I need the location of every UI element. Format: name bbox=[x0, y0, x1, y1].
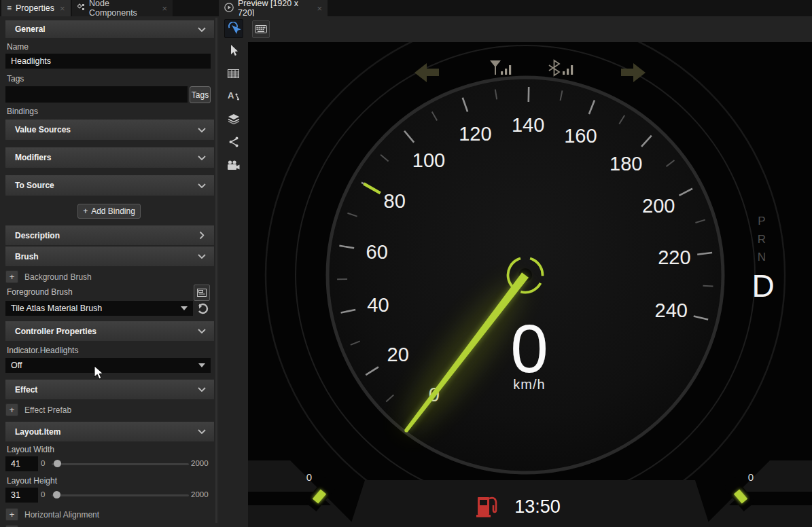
properties-list-icon: ≡ bbox=[7, 3, 12, 13]
tab-label: Node Components bbox=[89, 0, 156, 18]
interact-cursor-icon bbox=[227, 22, 241, 35]
layout-height-input[interactable]: 31 bbox=[5, 488, 38, 503]
layout-height-slider-knob[interactable] bbox=[53, 491, 60, 498]
close-icon[interactable]: × bbox=[317, 3, 322, 14]
dial-label: 160 bbox=[564, 125, 597, 147]
speed-value: 0 bbox=[510, 310, 548, 386]
tab-node-components[interactable]: Node Components × bbox=[72, 0, 173, 16]
connections-button[interactable] bbox=[219, 132, 248, 151]
keyboard-tool-button[interactable] bbox=[252, 20, 270, 38]
plus-icon: + bbox=[83, 206, 88, 216]
close-icon[interactable]: × bbox=[60, 3, 65, 14]
section-value-sources[interactable]: Value Sources bbox=[5, 120, 214, 140]
editor-window-icon bbox=[197, 289, 207, 297]
node-components-icon bbox=[77, 3, 85, 13]
layout-width-input[interactable]: 41 bbox=[5, 456, 38, 471]
dial-label: 20 bbox=[387, 344, 409, 365]
cursor-arrow-icon bbox=[228, 44, 239, 56]
preview-side-toolbar: A bbox=[219, 39, 248, 527]
tab-label: Properties bbox=[16, 3, 54, 13]
grid-icon bbox=[228, 69, 239, 78]
chevron-down-icon bbox=[198, 254, 206, 259]
chevron-down-icon bbox=[198, 128, 206, 132]
panel-scrollbar[interactable] bbox=[215, 18, 217, 523]
revert-arrow-icon bbox=[197, 303, 209, 314]
section-general[interactable]: General bbox=[5, 20, 214, 38]
layers-icon bbox=[228, 113, 240, 124]
interact-tool-button[interactable] bbox=[224, 19, 243, 38]
preview-panel: Preview [1920 x 720] × A bbox=[219, 0, 812, 527]
preview-viewport[interactable]: 020406080100120140160180200220240 0 km/h… bbox=[248, 42, 812, 527]
name-label: Name bbox=[7, 42, 29, 52]
layout-width-label: Layout Width bbox=[7, 445, 54, 454]
revert-brush-button[interactable] bbox=[195, 301, 210, 316]
dropdown-caret-icon bbox=[198, 363, 205, 367]
dial-label: 220 bbox=[658, 247, 690, 268]
grid-view-button[interactable] bbox=[219, 64, 248, 83]
needle-tip bbox=[404, 429, 408, 433]
chevron-down-icon bbox=[198, 387, 206, 392]
tab-label: Preview [1920 x 720] bbox=[238, 0, 311, 18]
preview-toolbar bbox=[219, 16, 812, 39]
tags-label: Tags bbox=[7, 74, 24, 84]
dial-label: 40 bbox=[367, 294, 389, 316]
dropdown-caret-icon bbox=[181, 306, 188, 310]
chevron-down-icon bbox=[198, 329, 206, 333]
right-mini-gauge-value: 0 bbox=[748, 471, 754, 483]
keyboard-icon bbox=[255, 25, 267, 33]
chevron-down-icon bbox=[198, 429, 206, 434]
chevron-down-icon bbox=[198, 183, 206, 188]
dial-label: 100 bbox=[412, 149, 445, 171]
dial-label: 180 bbox=[610, 153, 642, 175]
section-controller-properties[interactable]: Controller Properties bbox=[5, 321, 214, 341]
section-modifiers[interactable]: Modifiers bbox=[5, 147, 214, 168]
add-binding-button[interactable]: + Add Binding bbox=[77, 204, 141, 219]
tags-button[interactable]: Tags bbox=[190, 86, 211, 103]
chevron-down-icon bbox=[198, 27, 206, 32]
antenna-signal-icon bbox=[490, 60, 511, 75]
text-analysis-button[interactable]: A bbox=[219, 86, 248, 105]
clock-time: 13:50 bbox=[514, 496, 561, 517]
tags-input[interactable] bbox=[5, 86, 188, 103]
indicator-headlights-select[interactable]: Off bbox=[5, 358, 211, 373]
chevron-right-icon bbox=[200, 232, 205, 240]
text-node-icon: A bbox=[228, 90, 240, 101]
tab-properties[interactable]: ≡ Properties × bbox=[1, 0, 71, 16]
tab-preview[interactable]: Preview [1920 x 720] × bbox=[219, 0, 328, 16]
add-horizontal-alignment-button[interactable]: + bbox=[5, 508, 18, 521]
foreground-brush-select[interactable]: Tile Atlas Material Brush bbox=[5, 301, 193, 316]
chevron-down-icon bbox=[198, 156, 206, 160]
layout-width-slider-knob[interactable] bbox=[54, 460, 61, 467]
select-tool-button[interactable] bbox=[219, 41, 248, 60]
section-description[interactable]: Description bbox=[5, 225, 214, 245]
instrument-cluster: 020406080100120140160180200220240 0 km/h… bbox=[248, 42, 812, 527]
gear-indicator: P R N D bbox=[752, 215, 774, 304]
layout-width-slider-track[interactable] bbox=[52, 463, 189, 465]
close-icon[interactable]: × bbox=[162, 3, 167, 14]
slider-min-label: 0 bbox=[41, 490, 45, 498]
left-tabbar: ≡ Properties × Node Components × bbox=[0, 0, 219, 16]
mouse-cursor bbox=[94, 365, 105, 380]
dial-label: 60 bbox=[366, 241, 388, 263]
slider-max-label: 2000 bbox=[191, 459, 209, 467]
indicator-headlights-label: Indicator.Headlights bbox=[7, 346, 78, 355]
camera-button[interactable] bbox=[219, 156, 248, 175]
foreground-brush-label: Foreground Brush bbox=[7, 287, 73, 297]
brush-editor-button[interactable] bbox=[194, 285, 210, 301]
dial-label: 80 bbox=[384, 190, 406, 212]
bluetooth-signal-icon bbox=[549, 60, 573, 75]
section-brush[interactable]: Brush bbox=[5, 247, 214, 266]
add-background-brush-button[interactable]: + bbox=[5, 270, 18, 283]
gear-option: R bbox=[758, 233, 766, 246]
left-turn-indicator-icon bbox=[414, 63, 439, 82]
name-input[interactable]: Headlights bbox=[5, 54, 211, 69]
section-effect[interactable]: Effect bbox=[5, 380, 214, 399]
slider-min-label: 0 bbox=[41, 459, 45, 467]
dial-label: 240 bbox=[655, 299, 688, 321]
section-to-source[interactable]: To Source bbox=[5, 175, 214, 196]
layers-button[interactable] bbox=[219, 109, 248, 128]
add-effect-prefab-button[interactable]: + bbox=[5, 403, 18, 416]
section-layout-item[interactable]: Layout.Item bbox=[5, 422, 214, 441]
video-camera-icon bbox=[227, 160, 240, 170]
layout-height-slider-track[interactable] bbox=[52, 494, 189, 496]
